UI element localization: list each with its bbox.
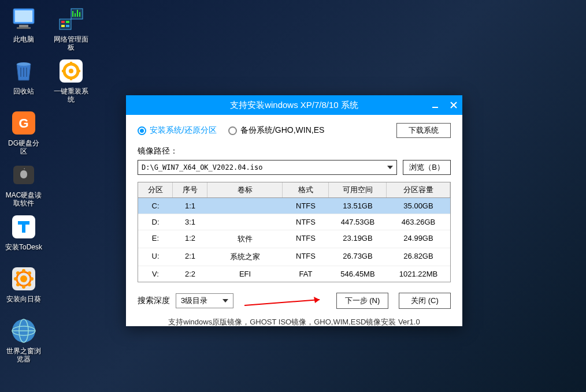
chevron-down-icon [222, 299, 228, 303]
sunflower-icon [10, 265, 38, 293]
desktop-icon-dg-partition[interactable]: G DG硬盘分区 [3, 107, 44, 153]
dg-icon: G [10, 109, 38, 137]
svg-point-22 [28, 283, 31, 286]
installer-window: 支持安装windows XP/7/8/10 系统 安装系统/还原分区 备份系统/… [126, 95, 462, 326]
netpanel-icon [57, 5, 85, 33]
radio-install-restore[interactable]: 安装系统/还原分区 [138, 125, 217, 136]
radio-label: 安装系统/还原分区 [150, 125, 217, 136]
bottom-controls: 搜索深度 3级目录 下一步 (N) 关闭 (C) [138, 293, 451, 309]
desktop-icon-label: MAC硬盘读取软件 [5, 191, 42, 207]
svg-point-16 [22, 285, 25, 289]
header-size: 分区容量 [387, 182, 450, 197]
svg-rect-34 [66, 21, 69, 23]
radio-label: 备份系统/GHO,WIN,ES [240, 125, 324, 136]
footer-text: 支持windows原版镜像，GHOST ISO镜像，GHO,WIM,ESD镜像安… [138, 317, 451, 327]
header-format: 格式 [283, 182, 329, 197]
close-action-button[interactable]: 关闭 (C) [399, 293, 451, 309]
svg-point-13 [20, 275, 27, 282]
table-row[interactable]: D: 3:1 NTFS 447.53GB 463.26GB [138, 214, 450, 230]
title-controls [431, 101, 458, 109]
path-row: D:\G_WIN7_X64_OK_V2022.04.iso 浏览（B） [138, 160, 451, 175]
partition-table: 分区 序号 卷标 格式 可用空间 分区容量 C: 1:1 NTFS 13.51G… [138, 182, 451, 282]
svg-point-39 [69, 69, 73, 73]
svg-rect-33 [61, 21, 65, 23]
svg-point-18 [30, 277, 34, 281]
table-row[interactable]: E: 1:2 软件 NTFS 23.19GB 24.99GB [138, 230, 450, 248]
svg-marker-48 [314, 297, 320, 303]
table-row[interactable]: U: 2:1 系统之家 NTFS 26.73GB 26.82GB [138, 248, 450, 266]
image-path-label: 镜像路径： [138, 146, 451, 156]
desktop-icon-label: 回收站 [13, 87, 34, 95]
image-path-value: D:\G_WIN7_X64_OK_V2022.04.iso [142, 163, 263, 171]
svg-point-15 [22, 269, 25, 272]
minimize-button[interactable] [431, 101, 439, 109]
desktop-icon-label: 一键重装系统 [53, 87, 90, 103]
svg-rect-6 [23, 68, 24, 77]
reinstall-icon [57, 57, 85, 85]
desktop-icon-todesk[interactable]: 安装ToDesk [3, 211, 44, 257]
image-path-dropdown[interactable]: D:\G_WIN7_X64_OK_V2022.04.iso [138, 160, 397, 175]
arrow-annotation-icon [244, 296, 325, 308]
svg-rect-41 [70, 77, 72, 80]
svg-text:G: G [18, 116, 28, 130]
table-header: 分区 序号 卷标 格式 可用空间 分区容量 [138, 182, 450, 198]
radio-backup[interactable]: 备份系统/GHO,WIN,ES [228, 125, 324, 136]
svg-point-17 [14, 277, 17, 281]
svg-rect-43 [77, 70, 80, 72]
desktop-icon-sunflower[interactable]: 安装向日葵 [3, 263, 44, 309]
radio-icon [138, 126, 146, 135]
header-seq: 序号 [173, 182, 207, 197]
window-title: 支持安装windows XP/7/8/10 系统 [230, 100, 358, 111]
close-button[interactable] [450, 101, 458, 109]
svg-rect-40 [70, 62, 72, 65]
radio-icon [228, 126, 237, 135]
svg-point-4 [17, 62, 31, 66]
desktop-icon-mac-disk[interactable]: MAC硬盘读取软件 [3, 159, 44, 205]
titlebar[interactable]: 支持安装windows XP/7/8/10 系统 [126, 95, 462, 115]
svg-rect-42 [62, 70, 65, 72]
desktop-icon-label: DG硬盘分区 [5, 139, 42, 155]
chevron-down-icon [387, 166, 393, 169]
desktop-icon-label: 网络管理面板 [53, 35, 90, 51]
desktop-icon-label: 安装向日葵 [6, 295, 41, 303]
svg-rect-28 [60, 19, 71, 29]
table-row[interactable]: V: 2:2 EFI FAT 546.45MB 1021.22MB [138, 266, 450, 282]
todesk-icon [10, 213, 38, 241]
mode-radio-group: 安装系统/还原分区 备份系统/GHO,WIN,ES 下载系统 [138, 123, 451, 138]
header-free: 可用空间 [329, 182, 387, 197]
svg-point-21 [16, 283, 20, 286]
next-button[interactable]: 下一步 (N) [336, 293, 388, 309]
svg-rect-3 [17, 27, 31, 29]
download-system-button[interactable]: 下载系统 [396, 123, 451, 138]
desktop-icon-reinstall[interactable]: 一键重装系统 [50, 55, 92, 101]
search-depth-label: 搜索深度 [138, 296, 170, 306]
browse-button[interactable]: 浏览（B） [403, 160, 451, 175]
mac-icon [10, 161, 38, 189]
browser-icon [10, 317, 38, 345]
desktop-icon-label: 此电脑 [13, 35, 34, 43]
desktop-icon-label: 安装ToDesk [5, 243, 42, 251]
depth-value: 3级目录 [181, 296, 207, 306]
svg-rect-35 [61, 25, 65, 27]
bin-icon [10, 57, 38, 85]
desktop-icon-recycle-bin[interactable]: 回收站 [3, 55, 44, 101]
desktop-icon-netpanel[interactable]: 网络管理面板 [50, 3, 92, 49]
svg-point-20 [28, 271, 31, 275]
desktop-icon-this-pc[interactable]: 此电脑 [3, 3, 44, 49]
svg-rect-1 [15, 10, 32, 22]
header-label: 卷标 [207, 182, 283, 197]
header-partition: 分区 [138, 182, 173, 197]
window-body: 安装系统/还原分区 备份系统/GHO,WIN,ES 下载系统 镜像路径： D:\… [126, 115, 462, 333]
desktop-icons-area: 此电脑 回收站 G DG硬盘分区 MAC硬盘读取软件 安装ToDesk 安装向日… [3, 3, 92, 390]
pc-icon [10, 5, 38, 33]
svg-rect-7 [26, 68, 27, 77]
svg-rect-5 [20, 68, 21, 77]
table-row[interactable]: C: 1:1 NTFS 13.51GB 35.00GB [138, 198, 450, 214]
desktop-icon-browser[interactable]: 世界之窗浏览器 [3, 315, 44, 361]
svg-line-47 [244, 300, 320, 305]
search-depth-select[interactable]: 3级目录 [176, 293, 233, 308]
svg-point-19 [16, 271, 20, 275]
desktop-icon-label: 世界之窗浏览器 [5, 347, 42, 363]
svg-rect-2 [19, 25, 28, 27]
svg-rect-36 [66, 25, 69, 27]
